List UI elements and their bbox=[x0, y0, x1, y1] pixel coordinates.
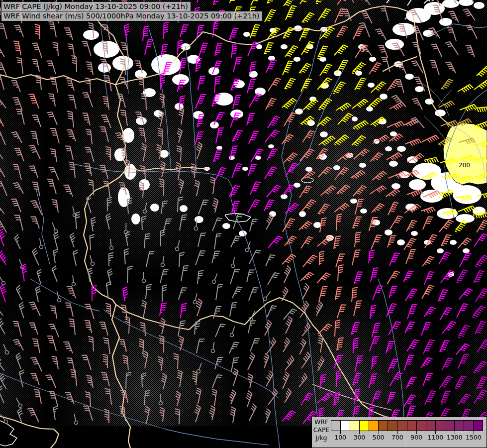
map-canvas: 200 bbox=[0, 0, 487, 448]
legend-swatch bbox=[426, 420, 436, 431]
legend-swatch bbox=[435, 420, 445, 431]
legend-label: J/kg bbox=[312, 434, 331, 442]
legend-tick-label: 500 bbox=[373, 434, 385, 441]
cape-color-legend: WRFCAPEJ/kg 100300500700900110013001500 bbox=[311, 417, 487, 448]
legend-swatch bbox=[350, 420, 360, 431]
legend-color-swatches bbox=[331, 420, 483, 431]
legend-tick-label: 300 bbox=[353, 434, 365, 441]
legend-label-column: WRFCAPEJ/kg bbox=[312, 418, 331, 442]
legend-tick-label: 900 bbox=[410, 434, 422, 441]
legend-swatch bbox=[397, 420, 407, 431]
legend-swatch bbox=[473, 420, 483, 431]
legend-swatch bbox=[369, 420, 379, 431]
legend-swatch bbox=[445, 420, 455, 431]
legend-tick-label: 100 bbox=[334, 434, 346, 441]
map-title-windshear: WRF Wind shear (m/s) 500/1000hPa Monday … bbox=[1, 11, 263, 21]
legend-label: WRF bbox=[312, 418, 331, 426]
legend-swatch bbox=[464, 420, 474, 431]
legend-swatch bbox=[331, 420, 341, 431]
legend-tick-label: 1100 bbox=[427, 434, 443, 441]
weather-map-screenshot: 200 WRF CAPE (J/kg) Monday 13-10-2025 09… bbox=[0, 0, 487, 448]
legend-swatch bbox=[359, 420, 369, 431]
map-title-cape: WRF CAPE (J/kg) Monday 13-10-2025 09:00 … bbox=[1, 1, 191, 12]
legend-swatch bbox=[340, 420, 350, 431]
legend-swatch bbox=[407, 420, 417, 431]
legend-swatch bbox=[378, 420, 388, 431]
map-background-layer bbox=[0, 0, 487, 448]
legend-swatch bbox=[416, 420, 426, 431]
legend-label: CAPE bbox=[312, 426, 331, 434]
legend-swatch bbox=[454, 420, 464, 431]
legend-tick-label: 1300 bbox=[447, 434, 463, 441]
legend-tick-label: 1500 bbox=[466, 434, 482, 441]
legend-tick-label: 700 bbox=[391, 434, 403, 441]
cape-contour-label: 200 bbox=[459, 162, 470, 169]
legend-swatch bbox=[388, 420, 397, 431]
